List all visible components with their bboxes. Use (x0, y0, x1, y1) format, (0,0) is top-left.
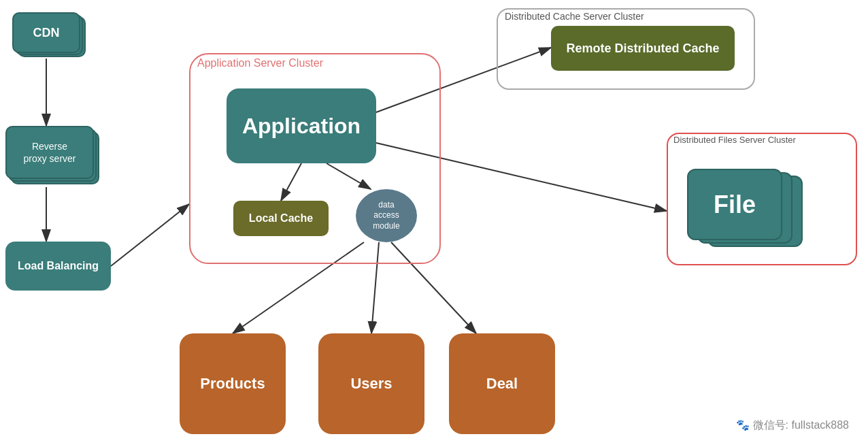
dam-node: dataaccessmodule (356, 189, 417, 242)
lb-node: Load Balancing (5, 242, 111, 291)
app-cluster-label: Application Server Cluster (197, 57, 323, 69)
local-cache-label: Local Cache (249, 212, 313, 225)
rdc-node: Remote Distributed Cache (551, 26, 735, 71)
products-node: Products (180, 333, 286, 434)
users-label: Users (350, 375, 392, 393)
file-label: File (714, 191, 756, 219)
application-node: Application (227, 88, 376, 163)
deal-node: Deal (449, 333, 555, 434)
dam-label: dataaccessmodule (373, 200, 399, 232)
rdc-label: Remote Distributed Cache (566, 42, 719, 56)
application-label: Application (242, 114, 361, 139)
products-label: Products (200, 375, 265, 393)
rdc-cluster-label: Distributed Cache Server Cluster (505, 11, 644, 22)
deal-label: Deal (486, 375, 518, 393)
users-node: Users (318, 333, 424, 434)
svg-line-3 (111, 204, 189, 266)
proxy-label: Reverseproxy server (23, 140, 76, 165)
watermark: 🐾 微信号: fullstack888 (736, 418, 849, 433)
cdn-node: CDN (12, 12, 87, 59)
cdn-label: CDN (33, 26, 60, 40)
lb-label: Load Balancing (18, 260, 99, 272)
file-node: File (687, 169, 813, 250)
proxy-node: Reverseproxy server (5, 126, 101, 187)
watermark-text: 微信号: fullstack888 (753, 419, 849, 431)
diagram: CDN Reverseproxy server Load Balancing A… (0, 0, 868, 445)
local-cache-node: Local Cache (233, 201, 329, 236)
dfs-cluster-label: Distributed Files Server Cluster (673, 135, 796, 145)
